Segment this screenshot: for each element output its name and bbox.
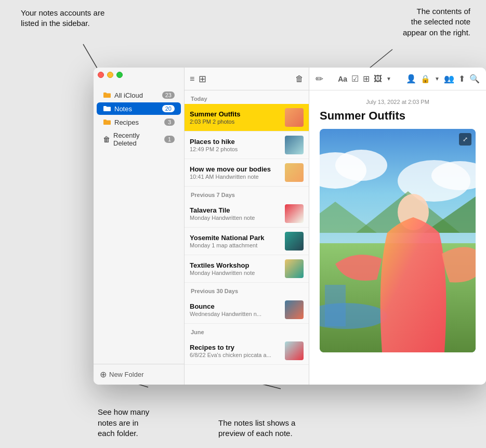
note-item-yosemite-text: Yosemite National Park Monday 1 map atta… <box>190 234 281 248</box>
media-icon[interactable]: 🖼 <box>374 74 382 84</box>
note-item-recipes[interactable]: Recipes to try 6/8/22 Eva's chicken picc… <box>185 337 309 365</box>
note-item-move-bodies[interactable]: How we move our bodies 10:41 AM Handwrit… <box>185 159 309 187</box>
close-button[interactable] <box>98 72 104 78</box>
table-icon[interactable]: ⊞ <box>363 74 370 84</box>
note-item-recipes-meta: 6/8/22 Eva's chicken piccata a... <box>190 352 281 358</box>
note-item-yosemite-meta: Monday 1 map attachment <box>190 242 281 248</box>
note-item-summer-outfits-title: Summer Outfits <box>190 110 281 118</box>
section-header-today: Today <box>185 90 309 104</box>
svg-point-6 <box>335 150 387 181</box>
sidebar-item-recently-deleted[interactable]: 🗑 Recently Deleted 1 <box>97 129 181 149</box>
lock-icon[interactable]: 🔒 <box>421 74 430 84</box>
note-item-textiles-meta: Monday Handwritten note <box>190 270 281 276</box>
traffic-lights <box>98 72 123 78</box>
export-icon[interactable]: ⬆ <box>458 74 465 84</box>
media-dropdown-icon[interactable]: ▼ <box>386 76 391 82</box>
note-item-bodies-meta: 10:41 AM Handwritten note <box>190 174 281 180</box>
section-header-june: June <box>185 324 309 337</box>
sidebar-item-all-icloud-badge: 23 <box>162 91 175 99</box>
note-item-recipes-text: Recipes to try 6/8/22 Eva's chicken picc… <box>190 344 281 358</box>
note-detail-toolbar: ✏ Aa ☑ ⊞ 🖼 ▼ 👤 🔒 ▼ 👥 ⬆ 🔍 <box>309 68 486 90</box>
note-thumbnail-recipes <box>285 341 304 360</box>
callout-sidebar-text: Your notes accounts are listed in the si… <box>21 8 104 28</box>
sidebar-item-notes[interactable]: Notes 20 <box>97 102 181 115</box>
trash-icon-sidebar: 🗑 <box>103 135 110 143</box>
note-detail-date: July 13, 2022 at 2:03 PM <box>320 99 476 105</box>
note-item-talavera-text: Talavera Tile Monday Handwritten note <box>190 206 281 221</box>
note-item-bodies-text: How we move our bodies 10:41 AM Handwrit… <box>190 165 281 180</box>
new-folder-label: New Folder <box>109 371 143 378</box>
note-item-bounce-title: Bounce <box>190 302 281 310</box>
callout-sidebar: Your notes accounts are listed in the si… <box>21 8 104 29</box>
text-format-icon[interactable]: Aa <box>338 75 347 83</box>
callout-right: The contents of the selected note appear… <box>403 6 470 38</box>
note-thumbnail-talavera <box>285 204 304 223</box>
sidebar-bottom: ⊕ New Folder <box>94 364 184 385</box>
image-expand-button[interactable]: ⤢ <box>459 133 471 146</box>
callout-bottom-left: See how many notes are in each folder. <box>98 407 149 439</box>
note-item-talavera[interactable]: Talavera Tile Monday Handwritten note <box>185 200 309 228</box>
note-item-textiles-text: Textiles Workshop Monday Handwritten not… <box>190 261 281 276</box>
folder-icon-notes <box>103 104 111 113</box>
note-detail-image-container: ⤢ <box>320 129 476 352</box>
search-icon[interactable]: 🔍 <box>469 74 480 84</box>
new-folder-button[interactable]: ⊕ New Folder <box>100 370 178 379</box>
note-thumbnail-textiles <box>285 259 304 278</box>
collaborate-icon[interactable]: 👥 <box>444 74 454 84</box>
sidebar-item-all-icloud[interactable]: All iCloud 23 <box>97 89 181 101</box>
section-header-7days: Previous 7 Days <box>185 187 309 200</box>
note-image-placeholder <box>320 129 476 352</box>
landscape-svg <box>320 129 476 352</box>
app-window: All iCloud 23 Notes 20 Recipes 3 🗑 Recen… <box>94 68 486 385</box>
note-item-bounce-text: Bounce Wednesday Handwritten n... <box>190 302 281 317</box>
sidebar-item-deleted-badge: 1 <box>164 136 175 143</box>
note-item-bounce[interactable]: Bounce Wednesday Handwritten n... <box>185 296 309 324</box>
note-item-talavera-meta: Monday Handwritten note <box>190 215 281 221</box>
sidebar-item-notes-badge: 20 <box>162 105 175 112</box>
note-thumbnail-bodies <box>285 163 304 182</box>
list-view-icon[interactable]: ≡ <box>190 74 194 84</box>
note-item-hike-text: Places to hike 12:49 PM 2 photos <box>190 138 281 152</box>
callout-bottom-right: The notes list shows a preview of each n… <box>218 418 295 439</box>
svg-rect-14 <box>325 285 346 326</box>
note-item-bounce-meta: Wednesday Handwritten n... <box>190 311 281 317</box>
folder-icon <box>103 91 111 99</box>
notes-list-panel: ≡ ⊞ 🗑 Today Summer Outfits 2:03 PM 2 pho… <box>185 68 309 385</box>
note-item-bodies-title: How we move our bodies <box>190 165 281 173</box>
note-item-summer-outfits-text: Summer Outfits 2:03 PM 2 photos <box>190 110 281 125</box>
note-item-textiles[interactable]: Textiles Workshop Monday Handwritten not… <box>185 255 309 283</box>
expand-icon: ⤢ <box>463 136 468 143</box>
note-item-summer-outfits[interactable]: Summer Outfits 2:03 PM 2 photos <box>185 104 309 131</box>
notes-list-toolbar: ≡ ⊞ 🗑 <box>185 68 309 90</box>
note-thumbnail-summer <box>285 108 304 127</box>
note-item-yosemite[interactable]: Yosemite National Park Monday 1 map atta… <box>185 228 309 255</box>
callout-bottom-right-text: The notes list shows a preview of each n… <box>218 418 295 438</box>
minimize-button[interactable] <box>107 72 113 78</box>
grid-view-icon[interactable]: ⊞ <box>199 73 206 85</box>
callout-right-text: The contents of the selected note appear… <box>403 7 470 37</box>
maximize-button[interactable] <box>116 72 123 78</box>
notes-list-scroll[interactable]: Today Summer Outfits 2:03 PM 2 photos Pl… <box>185 90 309 385</box>
note-item-places-to-hike[interactable]: Places to hike 12:49 PM 2 photos <box>185 131 309 159</box>
share-people-icon[interactable]: 👤 <box>406 74 416 84</box>
checklist-icon[interactable]: ☑ <box>351 74 359 84</box>
compose-icon[interactable]: ✏ <box>316 73 323 85</box>
callout-bottom-left-text: See how many notes are in each folder. <box>98 407 149 438</box>
folder-icon-recipes <box>103 118 111 126</box>
note-item-hike-title: Places to hike <box>190 138 281 146</box>
lock-dropdown-icon[interactable]: ▼ <box>435 76 440 82</box>
sidebar-item-recipes-badge: 3 <box>164 118 175 126</box>
note-thumbnail-yosemite <box>285 232 304 251</box>
sidebar-item-deleted-label: Recently Deleted <box>113 131 164 147</box>
note-item-textiles-title: Textiles Workshop <box>190 261 281 269</box>
sidebar: All iCloud 23 Notes 20 Recipes 3 🗑 Recen… <box>94 68 185 385</box>
sidebar-item-notes-label: Notes <box>114 105 162 113</box>
note-item-recipes-title: Recipes to try <box>190 344 281 351</box>
sidebar-item-recipes[interactable]: Recipes 3 <box>97 116 181 128</box>
note-thumbnail-hike <box>285 136 304 154</box>
note-detail-content: July 13, 2022 at 2:03 PM Summer Outfits <box>309 90 486 385</box>
note-item-talavera-title: Talavera Tile <box>190 206 281 214</box>
delete-icon[interactable]: 🗑 <box>295 74 304 84</box>
note-detail-panel: ✏ Aa ☑ ⊞ 🖼 ▼ 👤 🔒 ▼ 👥 ⬆ 🔍 July 13, 2022 a… <box>309 68 486 385</box>
note-detail-title: Summer Outfits <box>320 109 476 123</box>
